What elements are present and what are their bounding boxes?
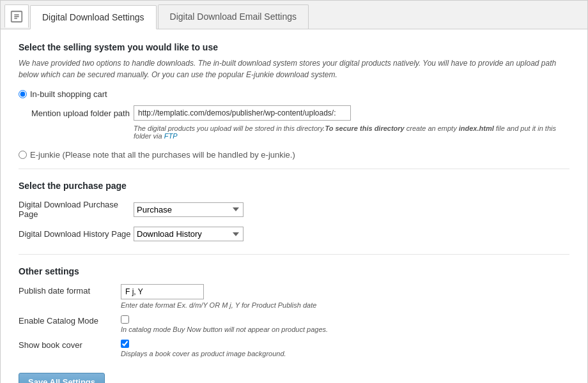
purchase-page-label: Digital Download Purchase Page [19,196,134,223]
history-page-row: Digital Download History Page Download H… [19,223,569,245]
book-cover-checkbox-row [121,338,569,348]
section3-heading: Other settings [19,266,569,276]
radio-inbuilt-label: In-built shopping cart [30,89,107,99]
purchase-page-row: Digital Download Purchase Page Purchase … [19,196,569,223]
book-cover-checkbox[interactable] [121,340,129,348]
section2: Select the purchase page Digital Downloa… [19,181,569,245]
date-format-row: Publish date format Enter date format Ex… [19,282,569,312]
radio-inbuilt-row: In-built shopping cart [19,89,569,99]
radio-ejunkie-label: E-junkie (Please note that all the purch… [30,150,295,160]
catalog-mode-label: Enable Catalog Mode [19,312,121,336]
radio-ejunkie-row: E-junkie (Please note that all the purch… [19,150,569,160]
settings-table: Publish date format Enter date format Ex… [19,282,569,360]
settings-page: Digital Download Settings Digital Downlo… [0,0,588,383]
radio-inbuilt[interactable] [19,90,27,98]
tab-email[interactable]: Digital Download Email Settings [158,4,309,29]
date-format-hint: Enter date format Ex. d/m/Y OR M j, Y fo… [121,301,569,309]
upload-path-input[interactable] [134,105,351,121]
plugin-icon [4,4,29,27]
purchase-page-select[interactable]: Purchase Shop Store [134,202,244,217]
catalog-mode-checkbox[interactable] [121,315,129,324]
catalog-mode-hint: In catalog mode Buy Now button will not … [121,326,569,333]
upload-path-label: Mention upload folder path [31,109,134,118]
catalog-mode-checkbox-row [121,314,569,324]
section3: Other settings Publish date format Enter… [19,266,569,360]
divider2 [19,254,569,255]
book-cover-row: Show book cover Displays a book cover as… [19,336,569,360]
radio-ejunkie[interactable] [19,151,27,159]
ftp-link[interactable]: FTP [164,132,178,140]
section1-desc: We have provided two options to handle d… [19,57,569,80]
book-cover-label: Show book cover [19,336,121,360]
history-page-select[interactable]: Download History My Account Orders [134,227,244,241]
tab-settings[interactable]: Digital Download Settings [30,5,157,29]
save-all-button[interactable]: Save All Settings [19,373,105,383]
upload-path-row: Mention upload folder path [31,105,569,121]
book-cover-hint: Displays a book cover as product image b… [121,350,569,357]
section2-heading: Select the purchase page [19,181,569,191]
divider1 [19,169,569,169]
section1-heading: Select the selling system you would like… [19,42,569,52]
tab-bar: Digital Download Settings Digital Downlo… [1,1,587,29]
history-page-label: Digital Download History Page [19,223,134,245]
upload-path-note: The digital products you upload will be … [134,124,569,140]
content-area: Select the selling system you would like… [1,29,587,383]
date-format-label: Publish date format [19,282,121,312]
purchase-table: Digital Download Purchase Page Purchase … [19,196,569,245]
catalog-mode-row: Enable Catalog Mode In catalog mode Buy … [19,312,569,336]
date-format-input[interactable] [121,284,204,299]
